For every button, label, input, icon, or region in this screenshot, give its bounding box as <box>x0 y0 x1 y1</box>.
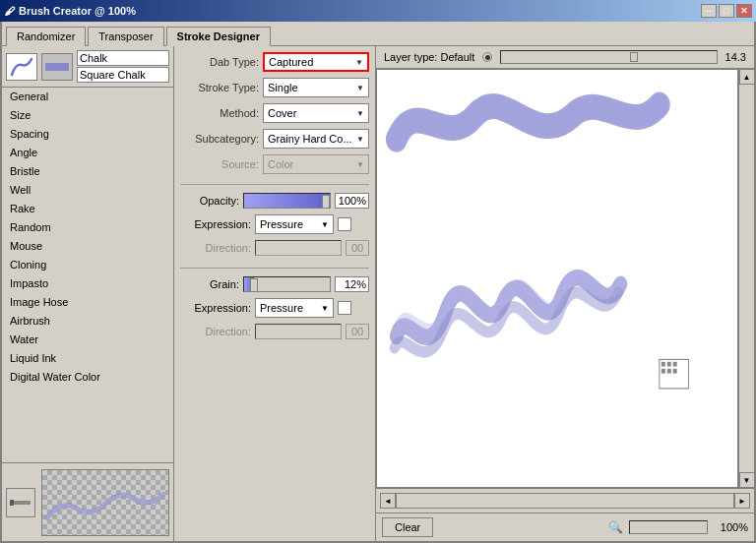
dab-type-dropdown[interactable]: Captured ▼ <box>263 52 369 72</box>
grain-label: Grain: <box>180 278 239 290</box>
method-label: Method: <box>180 107 259 119</box>
grain-value: 12% <box>335 276 369 292</box>
content-area: Chalk Square Chalk General Size Spacing … <box>2 46 754 541</box>
dab-type-row: Dab Type: Captured ▼ <box>180 52 369 72</box>
direction2-row: Direction: 00 <box>180 324 369 339</box>
canvas-bottom: ◄ ► <box>376 488 754 513</box>
left-panel: Chalk Square Chalk General Size Spacing … <box>2 46 174 541</box>
direction1-row: Direction: 00 <box>180 240 369 256</box>
hscroll-area: ◄ ► <box>380 493 750 509</box>
scroll-track <box>740 85 754 472</box>
canvas-header: Layer type: Default 14.3 <box>376 46 754 69</box>
stroke-type-row: Stroke Type: Single ▼ <box>180 78 369 97</box>
dab-type-label: Dab Type: <box>180 56 259 68</box>
settings-panel: Dab Type: Captured ▼ Stroke Type: Single… <box>174 46 376 541</box>
layer-radio[interactable] <box>482 52 492 62</box>
expression1-label: Expression: <box>184 218 251 230</box>
zoom-value: 100% <box>714 521 748 533</box>
separator-2 <box>180 268 369 269</box>
scroll-up-button[interactable]: ▲ <box>739 69 755 85</box>
layer-value: 14.3 <box>725 51 746 63</box>
method-dropdown[interactable]: Cover ▼ <box>263 103 369 123</box>
horizontal-scrollbar[interactable] <box>396 493 734 509</box>
svg-rect-9 <box>673 369 677 374</box>
category-rake[interactable]: Rake <box>2 200 173 218</box>
layer-thumb <box>630 52 638 62</box>
expression1-checkbox[interactable] <box>338 217 351 231</box>
expression1-arrow: ▼ <box>321 220 329 229</box>
layer-type-label: Layer type: Default <box>384 51 474 63</box>
opacity-slider[interactable] <box>243 193 331 209</box>
opacity-thumb[interactable] <box>322 195 330 209</box>
canvas-content[interactable] <box>376 69 738 488</box>
svg-rect-5 <box>667 362 671 367</box>
clear-button[interactable]: Clear <box>382 517 433 537</box>
expression2-dropdown[interactable]: Pressure ▼ <box>255 298 334 318</box>
svg-rect-6 <box>673 362 677 367</box>
category-bristle[interactable]: Bristle <box>2 162 173 181</box>
expression2-checkbox[interactable] <box>338 301 351 315</box>
grain-slider[interactable] <box>243 276 331 292</box>
subcategory-value: Grainy Hard Co... <box>268 133 352 145</box>
category-mouse[interactable]: Mouse <box>2 237 173 256</box>
brush-icon-2[interactable] <box>41 53 73 81</box>
brush-name-secondary[interactable]: Square Chalk <box>77 67 169 83</box>
category-random[interactable]: Random <box>2 218 173 237</box>
tab-transposer[interactable]: Transposer <box>88 27 163 46</box>
brush-names: Chalk Square Chalk <box>77 50 169 83</box>
category-list: General Size Spacing Angle Bristle Well … <box>2 88 173 462</box>
subcategory-dropdown[interactable]: Grainy Hard Co... ▼ <box>263 129 369 149</box>
expression1-row: Expression: Pressure ▼ <box>180 214 369 234</box>
maximize-button[interactable]: □ <box>719 4 734 18</box>
category-airbrush[interactable]: Airbrush <box>2 312 173 331</box>
category-well[interactable]: Well <box>2 181 173 200</box>
close-button[interactable]: ✕ <box>736 4 752 18</box>
svg-rect-4 <box>662 362 665 367</box>
category-water[interactable]: Water <box>2 331 173 349</box>
brush-preview-area <box>2 462 173 541</box>
expression2-arrow: ▼ <box>321 304 329 313</box>
category-size[interactable]: Size <box>2 106 173 125</box>
grain-row: Grain: 12% <box>180 276 369 292</box>
category-liquid-ink[interactable]: Liquid Ink <box>2 349 173 368</box>
category-cloning[interactable]: Cloning <box>2 256 173 274</box>
opacity-row: Opacity: 100% <box>180 193 369 209</box>
category-digital-water[interactable]: Digital Water Color <box>2 368 173 387</box>
category-general[interactable]: General <box>2 88 173 106</box>
minimize-button[interactable]: ─ <box>701 4 717 18</box>
category-angle[interactable]: Angle <box>2 144 173 162</box>
scroll-right-button[interactable]: ► <box>734 493 750 509</box>
stroke-type-value: Single <box>268 82 298 93</box>
category-spacing[interactable]: Spacing <box>2 125 173 144</box>
subcategory-row: Subcategory: Grainy Hard Co... ▼ <box>180 129 369 149</box>
layer-slider[interactable] <box>500 50 717 64</box>
stroke-type-dropdown[interactable]: Single ▼ <box>263 78 369 97</box>
subcategory-label: Subcategory: <box>180 133 259 145</box>
scroll-down-button[interactable]: ▼ <box>739 472 755 488</box>
vertical-scrollbar[interactable]: ▲ ▼ <box>738 69 754 488</box>
dab-type-arrow: ▼ <box>355 58 363 67</box>
title-text: Brush Creator @ 100% <box>19 5 136 17</box>
tab-randomizer[interactable]: Randomizer <box>6 27 86 46</box>
app-icon: 🖌 <box>4 5 15 17</box>
scroll-left-button[interactable]: ◄ <box>380 493 396 509</box>
svg-rect-2 <box>10 500 14 506</box>
source-row: Source: Color ▼ <box>180 154 369 174</box>
brush-name-primary[interactable]: Chalk <box>77 50 169 66</box>
method-arrow: ▼ <box>356 109 364 118</box>
title-bar: 🖌 Brush Creator @ 100% ─ □ ✕ <box>0 0 756 22</box>
grain-thumb[interactable] <box>250 278 258 292</box>
expression1-dropdown[interactable]: Pressure ▼ <box>255 214 334 234</box>
brush-icon-1[interactable] <box>6 53 37 81</box>
category-impasto[interactable]: Impasto <box>2 274 173 293</box>
zoom-slider[interactable] <box>629 520 708 534</box>
expression2-label: Expression: <box>184 302 251 314</box>
source-label: Source: <box>180 158 259 170</box>
svg-rect-0 <box>45 63 69 71</box>
category-image-hose[interactable]: Image Hose <box>2 293 173 312</box>
subcategory-arrow: ▼ <box>356 135 364 144</box>
stroke-type-arrow: ▼ <box>356 84 364 92</box>
preview-icon <box>6 488 35 517</box>
svg-rect-8 <box>667 369 671 374</box>
tab-stroke-designer[interactable]: Stroke Designer <box>166 27 271 46</box>
